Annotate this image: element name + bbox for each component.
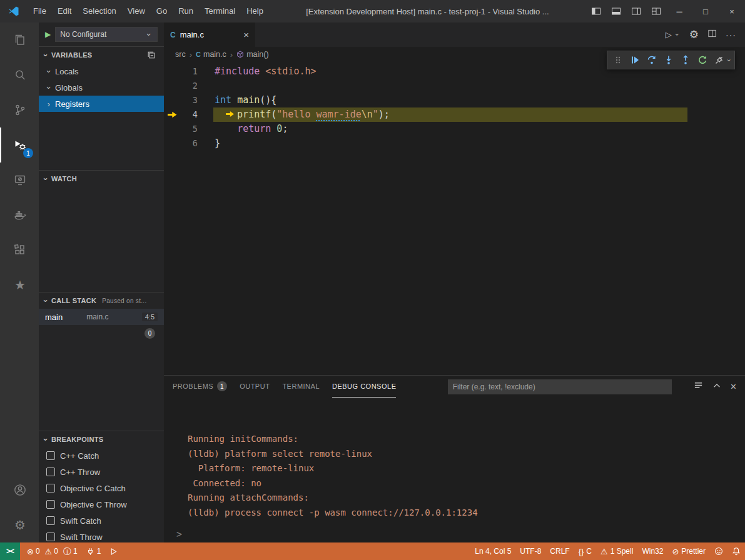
status-bar-right: Ln 4, Col 5 UTF-8 CRLF {} C ⚠ 1 Spell Wi… [470,542,745,560]
platform-indicator[interactable]: Win32 [637,542,667,560]
debug-console-output[interactable]: Running initCommands:(lldb) platform sel… [164,398,745,526]
variables-item-registers[interactable]: ›Registers [39,96,164,112]
menu-edit[interactable]: Edit [52,0,77,22]
step-over-button[interactable] [643,52,660,68]
code-editor[interactable]: 1#include <stdio.h>23int main(){4 printf… [164,62,745,151]
code-token: } [215,138,220,149]
debug-indicator[interactable] [105,542,122,560]
call-stack-section-header[interactable]: › CALL STACK Paused on st... [39,292,164,309]
continue-button[interactable] [626,52,643,68]
checkbox-icon[interactable] [46,532,55,541]
activity-source-control[interactable] [0,92,39,128]
code-token: return [237,123,271,134]
checkbox-icon[interactable] [46,468,55,476]
code-token: "hello [276,109,316,120]
language-mode[interactable]: {} C [574,542,596,560]
problems-status[interactable]: ⊗0 ⚠0 ⓘ1 [23,542,82,560]
remote-indicator[interactable]: >< [0,542,20,560]
activity-settings[interactable]: ⚙ [0,508,39,542]
menu-file[interactable]: File [28,0,52,22]
menu-help[interactable]: Help [241,0,269,22]
activity-extensions[interactable] [0,232,39,268]
activity-remote-explorer[interactable] [0,162,39,198]
checkbox-icon[interactable] [46,516,55,525]
breakpoints-section-header[interactable]: › BREAKPOINTS [39,431,164,448]
debug-current-line-indicator[interactable] [164,111,180,118]
toolbar-drag-handle[interactable] [609,52,626,68]
breakpoint-item[interactable]: C++ Catch [39,448,164,464]
checkbox-icon[interactable] [46,484,55,492]
checkbox-icon[interactable] [46,500,55,509]
menu-selection[interactable]: Selection [77,0,121,22]
disconnect-dropdown[interactable]: › [725,57,732,64]
continue-icon [630,55,640,65]
breadcrumb-symbol[interactable]: main() [236,50,268,59]
minimize-button[interactable]: ─ [666,0,692,22]
panel-tab-terminal[interactable]: TERMINAL [282,376,320,398]
variables-item-globals[interactable]: ›Globals [39,79,164,96]
spell-checker-status[interactable]: ⚠ 1 Spell [596,542,637,560]
eol-indicator[interactable]: CRLF [545,542,574,560]
menu-terminal[interactable]: Terminal [199,0,241,22]
feedback-button[interactable] [710,542,727,560]
step-into-button[interactable] [660,52,677,68]
toggle-sidebar-button[interactable] [586,0,606,22]
maximize-panel-button[interactable] [712,381,721,392]
call-stack-frame[interactable]: mainmain.c4:5 [39,309,164,325]
output-options-button[interactable] [694,381,703,392]
restart-button[interactable] [694,52,711,68]
activity-explorer[interactable] [0,22,39,58]
more-actions-button[interactable]: ··· [726,30,736,40]
launch-configuration-dropdown[interactable]: No Configurat › [55,27,158,42]
tab-main-c[interactable]: C main.c × [164,22,255,47]
split-editor-button[interactable] [707,29,717,41]
notifications-button[interactable] [727,542,745,560]
code-token: ; [282,123,288,134]
step-out-button[interactable] [677,52,694,68]
panel-tab-output[interactable]: OUTPUT [240,376,270,398]
breadcrumb-file[interactable]: C main.c [196,50,226,59]
encoding-indicator[interactable]: UTF-8 [515,542,545,560]
formatter-status[interactable]: ⊘ Prettier [667,542,710,560]
toggle-panel-button[interactable] [606,0,626,22]
editor-settings-button[interactable]: ⚙ [689,28,699,41]
toggle-secondary-sidebar-button[interactable] [626,0,646,22]
variables-item-locals[interactable]: ›Locals [39,63,164,79]
menu-view[interactable]: View [122,0,151,22]
breakpoints-section: › BREAKPOINTS C++ CatchC++ ThrowObjectiv… [39,431,164,542]
panel-tab-debug-console[interactable]: DEBUG CONSOLE [332,376,396,398]
search-icon [13,68,27,82]
menu-go[interactable]: Go [151,0,173,22]
activity-account[interactable] [0,472,39,508]
debug-console-input[interactable]: > [164,526,745,542]
tab-close-icon[interactable]: × [243,29,249,40]
checkbox-icon[interactable] [46,451,55,460]
maximize-button[interactable]: □ [692,0,719,22]
close-button[interactable]: × [719,0,745,22]
breakpoint-item[interactable]: Objective C Throw [39,496,164,512]
collapse-all-button[interactable] [147,51,161,59]
run-or-debug-button[interactable]: ▷ › [666,30,681,39]
ports-status[interactable]: 1 [82,542,106,560]
debug-filter-input[interactable] [448,379,672,394]
menu-run[interactable]: Run [173,0,199,22]
variables-section-header[interactable]: › VARIABLES [39,47,164,63]
customize-layout-button[interactable] [646,0,666,22]
cursor-position[interactable]: Ln 4, Col 5 [470,542,515,560]
maximize-icon: □ [703,7,708,16]
breakpoint-item[interactable]: Swift Catch [39,512,164,529]
panel-tab-problems[interactable]: PROBLEMS1 [173,376,227,398]
title-bar: FileEditSelectionViewGoRunTerminalHelp [… [0,0,745,22]
activity-search[interactable] [0,58,39,92]
activity-docker[interactable] [0,198,39,232]
activity-marketplace[interactable]: ★ [0,268,39,302]
activity-run-and-debug[interactable]: 1 [0,128,39,162]
breakpoint-item[interactable]: Objective C Catch [39,480,164,496]
window-title: [Extension Development Host] main.c - te… [269,7,586,16]
start-debug-icon[interactable]: ▶ [45,30,51,39]
breakpoint-item[interactable]: Swift Throw [39,529,164,542]
breadcrumb-folder[interactable]: src [175,50,186,59]
watch-section-header[interactable]: › WATCH [39,171,164,187]
breakpoint-item[interactable]: C++ Throw [39,464,164,480]
close-panel-button[interactable]: × [731,381,736,392]
